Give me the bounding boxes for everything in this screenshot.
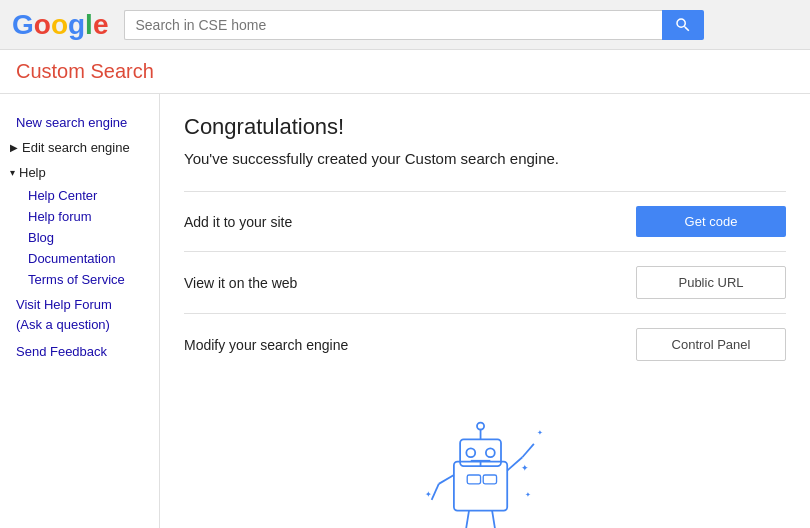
visit-help-line2: (Ask a question) — [16, 315, 143, 335]
sidebar: New search engine ▶ Edit search engine ▾… — [0, 94, 160, 528]
public-url-button[interactable]: Public URL — [636, 266, 786, 299]
logo-letter-e: e — [93, 9, 109, 41]
sidebar-item-terms[interactable]: Terms of Service — [28, 269, 159, 290]
action-row-control-panel: Modify your search engine Control Panel — [184, 313, 786, 375]
sidebar-item-new-engine[interactable]: New search engine — [0, 110, 159, 135]
search-bar — [124, 10, 704, 40]
svg-line-12 — [465, 511, 469, 528]
add-to-site-label: Add it to your site — [184, 214, 292, 230]
congrats-title: Congratulations! — [184, 114, 786, 140]
svg-text:✦: ✦ — [537, 429, 543, 437]
google-logo: Google — [12, 9, 108, 41]
robot-svg: ✦ ✦ ✦ ✦ — [395, 395, 575, 528]
layout: New search engine ▶ Edit search engine ▾… — [0, 94, 810, 528]
main-content: Congratulations! You've successfully cre… — [160, 94, 810, 528]
action-row-public-url: View it on the web Public URL — [184, 251, 786, 313]
svg-rect-16 — [467, 475, 480, 484]
svg-line-11 — [522, 444, 534, 457]
logo-letter-g: G — [12, 9, 34, 41]
svg-rect-17 — [483, 475, 496, 484]
svg-text:✦: ✦ — [525, 491, 531, 499]
svg-text:✦: ✦ — [425, 490, 432, 499]
svg-point-2 — [466, 448, 475, 457]
search-button[interactable] — [662, 10, 704, 40]
sidebar-help-sub: Help Center Help forum Blog Documentatio… — [0, 185, 159, 290]
search-input[interactable] — [124, 10, 662, 40]
svg-point-6 — [477, 423, 484, 430]
page-title: Custom Search — [16, 60, 794, 83]
control-panel-button[interactable]: Control Panel — [636, 328, 786, 361]
search-icon — [674, 16, 692, 34]
action-row-get-code: Add it to your site Get code — [184, 191, 786, 251]
logo-letter-o2: o — [51, 9, 68, 41]
visit-help-line1: Visit Help Forum — [16, 295, 143, 315]
title-bar: Custom Search — [0, 50, 810, 94]
svg-point-3 — [486, 448, 495, 457]
congrats-sub: You've successfully created your Custom … — [184, 150, 786, 167]
view-on-web-label: View it on the web — [184, 275, 297, 291]
logo-letter-l: l — [85, 9, 93, 41]
logo-letter-g2: g — [68, 9, 85, 41]
sidebar-item-visit-help[interactable]: Visit Help Forum (Ask a question) — [0, 290, 159, 339]
sidebar-item-edit-engine[interactable]: ▶ Edit search engine — [0, 135, 159, 160]
svg-text:✦: ✦ — [521, 463, 529, 473]
svg-line-14 — [492, 511, 496, 528]
help-label: Help — [19, 165, 46, 180]
edit-engine-label: Edit search engine — [22, 140, 130, 155]
edit-engine-arrow: ▶ — [10, 142, 18, 153]
get-code-button[interactable]: Get code — [636, 206, 786, 237]
robot-illustration: ✦ ✦ ✦ ✦ — [184, 395, 786, 528]
sidebar-item-help[interactable]: ▾ Help — [0, 160, 159, 185]
sidebar-item-blog[interactable]: Blog — [28, 227, 159, 248]
svg-rect-0 — [454, 462, 507, 511]
logo-letter-o1: o — [34, 9, 51, 41]
sidebar-item-send-feedback[interactable]: Send Feedback — [0, 339, 159, 364]
sidebar-item-help-forum[interactable]: Help forum — [28, 206, 159, 227]
sidebar-item-help-center[interactable]: Help Center — [28, 185, 159, 206]
header: Google — [0, 0, 810, 50]
help-arrow: ▾ — [10, 167, 15, 178]
modify-engine-label: Modify your search engine — [184, 337, 348, 353]
sidebar-item-documentation[interactable]: Documentation — [28, 248, 159, 269]
svg-line-8 — [439, 475, 454, 484]
svg-line-9 — [432, 484, 439, 500]
